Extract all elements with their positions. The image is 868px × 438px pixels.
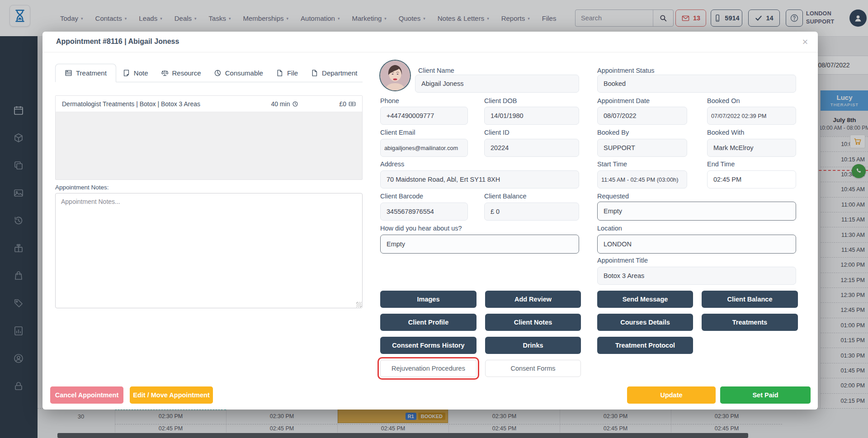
edit-move-appointment-button[interactable]: Edit / Move Appointment bbox=[130, 386, 213, 404]
booked-with-label: Booked With bbox=[707, 129, 744, 136]
treatment-price-label: £0 bbox=[339, 100, 346, 108]
appointment-title-label: Appointment Title bbox=[597, 257, 648, 264]
note-icon bbox=[123, 69, 130, 77]
treatment-duration-label: 40 min bbox=[271, 100, 290, 108]
treatment-duration: 40 min bbox=[271, 100, 298, 108]
tab-label: Resource bbox=[172, 69, 201, 77]
consent-forms-history-button[interactable]: Consent Forms History bbox=[380, 337, 476, 354]
treatment-rows-icon bbox=[65, 69, 72, 77]
client-dob-input[interactable]: 14/01/1980 bbox=[484, 107, 579, 125]
add-review-button[interactable]: Add Review bbox=[485, 291, 581, 308]
client-balance-button[interactable]: Client Balance bbox=[702, 291, 798, 308]
booked-with-input[interactable]: Mark McElroy bbox=[707, 139, 796, 157]
tab-label: File bbox=[287, 69, 298, 77]
treatment-name: Dermatologist Treatments | Botox | Botox… bbox=[56, 100, 271, 108]
courses-details-button[interactable]: Courses Details bbox=[597, 314, 693, 331]
tab-consumable[interactable]: Consumable bbox=[208, 64, 269, 82]
modal-title: Appointment #8116 | Abigail Joness bbox=[56, 38, 179, 46]
client-id-label: Client ID bbox=[484, 129, 509, 136]
scale-icon bbox=[161, 69, 169, 77]
appointment-status-label: Appointment Status bbox=[597, 67, 655, 74]
treatment-list: Dermatologist Treatments | Botox | Botox… bbox=[55, 95, 363, 180]
images-button[interactable]: Images bbox=[380, 291, 476, 308]
tab-resource[interactable]: Resource bbox=[155, 64, 208, 82]
booked-on-input[interactable]: 07/07/2022 02:39 PM bbox=[707, 107, 796, 125]
appointment-date-input[interactable]: 08/07/2022 bbox=[597, 107, 687, 125]
phone-label: Phone bbox=[380, 97, 399, 104]
app-root: 08/07/2022 Lucy THERAPIST July 8th 10:00… bbox=[0, 0, 868, 438]
tab-label: Treatment bbox=[76, 69, 107, 77]
file-icon bbox=[276, 69, 283, 77]
pie-chart-icon bbox=[214, 69, 222, 77]
send-message-button[interactable]: Send Message bbox=[597, 291, 693, 308]
location-select[interactable]: LONDON bbox=[597, 235, 796, 254]
phone-input[interactable]: +447490009777 bbox=[380, 107, 468, 125]
client-email-input[interactable]: abigailjones@mailinator.com bbox=[380, 139, 468, 157]
tab-label: Note bbox=[134, 69, 148, 77]
appointment-notes-label: Appointment Notes: bbox=[55, 184, 109, 191]
resize-grip-icon[interactable] bbox=[356, 302, 362, 307]
end-time-label: End Time bbox=[707, 160, 735, 168]
modal-tabs: Treatment Note Resource Consumable File … bbox=[55, 64, 363, 82]
client-name-input[interactable]: Abigail Joness bbox=[415, 75, 579, 93]
appointment-title-input[interactable]: Botox 3 Areas bbox=[597, 267, 796, 285]
booked-by-input[interactable]: SUPPORT bbox=[597, 139, 687, 157]
booked-by-label: Booked By bbox=[597, 129, 629, 136]
banknote-icon bbox=[349, 100, 356, 108]
address-label: Address bbox=[380, 160, 404, 168]
address-input[interactable]: 70 Maidstone Road, Abl, Ert SY11 8XH bbox=[380, 170, 579, 188]
update-button[interactable]: Update bbox=[627, 386, 716, 404]
client-name-label: Client Name bbox=[418, 67, 454, 74]
client-email-label: Client Email bbox=[380, 129, 415, 136]
modal-header: Appointment #8116 | Abigail Joness × bbox=[42, 32, 818, 52]
client-balance-input[interactable]: £ 0 bbox=[484, 203, 579, 221]
hear-about-label: How did you hear about us? bbox=[380, 225, 462, 232]
cancel-appointment-button[interactable]: Cancel Appointment bbox=[50, 386, 123, 404]
hear-about-select[interactable]: Empty bbox=[380, 235, 579, 254]
start-time-label: Start Time bbox=[597, 160, 627, 168]
client-barcode-input[interactable]: 3455678976554 bbox=[380, 203, 468, 221]
client-barcode-label: Client Barcode bbox=[380, 193, 423, 200]
consent-forms-button[interactable]: Consent Forms bbox=[485, 360, 581, 377]
client-notes-button[interactable]: Client Notes bbox=[485, 314, 581, 331]
drinks-button[interactable]: Drinks bbox=[485, 337, 581, 354]
client-profile-button[interactable]: Client Profile bbox=[380, 314, 476, 331]
rejuvenation-procedures-button[interactable]: Rejuvenation Procedures bbox=[380, 360, 476, 377]
treatments-button[interactable]: Treatments bbox=[702, 314, 798, 331]
tab-department[interactable]: Department bbox=[304, 64, 363, 82]
treatment-price: £0 bbox=[339, 100, 356, 108]
client-balance-label: Client Balance bbox=[484, 193, 527, 200]
location-label: Location bbox=[597, 225, 622, 232]
clock-icon bbox=[292, 101, 298, 107]
file-icon bbox=[311, 69, 318, 77]
booked-on-label: Booked On bbox=[707, 97, 740, 104]
tab-note[interactable]: Note bbox=[116, 64, 155, 82]
treatment-protocol-button[interactable]: Treatment Protocol bbox=[597, 337, 693, 354]
treatment-row[interactable]: Dermatologist Treatments | Botox | Botox… bbox=[56, 96, 362, 112]
client-id-input[interactable]: 20224 bbox=[484, 139, 579, 157]
client-dob-label: Client DOB bbox=[484, 97, 517, 104]
start-time-input[interactable]: 11:45 AM - 02:45 PM (03:00h) bbox=[597, 170, 687, 188]
appointment-status-input[interactable]: Booked bbox=[597, 75, 796, 93]
client-photo[interactable] bbox=[380, 61, 410, 90]
tab-label: Consumable bbox=[225, 69, 263, 77]
requested-select[interactable]: Empty bbox=[597, 202, 796, 221]
end-time-input[interactable]: 02:45 PM bbox=[707, 170, 796, 188]
requested-label: Requested bbox=[597, 193, 629, 200]
appointment-modal: Appointment #8116 | Abigail Joness × Tre… bbox=[42, 32, 818, 410]
tab-file[interactable]: File bbox=[269, 64, 304, 82]
appointment-date-label: Appointment Date bbox=[597, 97, 650, 104]
tab-treatment[interactable]: Treatment bbox=[55, 64, 116, 82]
tab-label: Department bbox=[322, 69, 357, 77]
appointment-notes-textarea[interactable] bbox=[55, 193, 363, 308]
set-paid-button[interactable]: Set Paid bbox=[720, 386, 811, 404]
close-icon[interactable]: × bbox=[798, 35, 812, 49]
